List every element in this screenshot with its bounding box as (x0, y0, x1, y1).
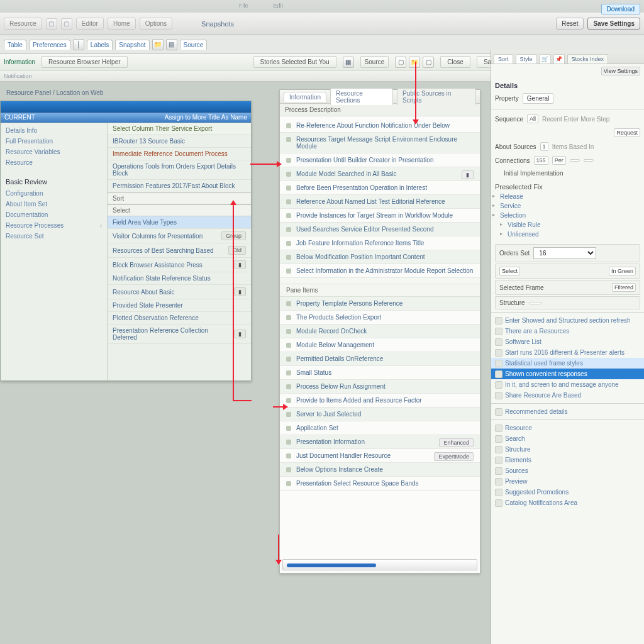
rp-conn-box-a[interactable] (570, 159, 580, 162)
mid-tab-sections[interactable]: Resource Sections (330, 88, 393, 105)
ribbon-check-icon[interactable]: ▦ (343, 57, 354, 68)
rp-tab-style[interactable]: Style (516, 54, 537, 64)
tree-node[interactable]: Selection (500, 211, 640, 220)
ribbon-chunk-stories[interactable]: Stories Selected But You (253, 56, 336, 68)
mid-item[interactable]: Resources Target Message Script Environm… (280, 133, 480, 153)
list-row[interactable]: Visitor Columns for PresentationGroup (108, 229, 251, 243)
rp-list-item[interactable]: Statistical used frame styles (491, 358, 644, 369)
mid-tab-sources[interactable]: Public Sources in Scripts (397, 88, 476, 105)
mid-item[interactable]: Below Options Instance Create (280, 463, 480, 477)
mid-item[interactable]: Re-Reference About Function Notification… (280, 119, 480, 133)
mid-item[interactable]: Module Below Management (280, 338, 480, 352)
toolbar-reset-button[interactable]: Reset (556, 18, 584, 30)
ribbon-chunk-helper[interactable]: Resource Browser Helper (42, 56, 128, 68)
mid-item[interactable]: Process Below Run Assignment (280, 380, 480, 394)
list-row[interactable]: Operations Tools from Orders Export Deta… (108, 160, 251, 180)
rp-list-item[interactable]: Structure (491, 444, 644, 455)
mid-tab-info[interactable]: Information (284, 92, 326, 102)
rp-dropdown[interactable]: 16 (533, 247, 596, 259)
rp-tab-sort[interactable]: Sort (494, 54, 513, 64)
mid-item[interactable]: Module Record OnCheck (280, 325, 480, 338)
list-row[interactable]: Resource About Basic▮ (108, 285, 251, 299)
rp-sequence-val[interactable]: All (527, 114, 538, 123)
menu-file[interactable]: File (239, 3, 248, 13)
list-row[interactable]: Permission Features 2017/Fast About Bloc… (108, 180, 251, 192)
rp-about-count[interactable]: 1 (540, 142, 548, 151)
ribbon-icon-3[interactable]: ▢ (423, 57, 434, 68)
rp-property-value[interactable]: General (523, 93, 554, 104)
tree-node[interactable]: Visible Rule (508, 220, 640, 230)
mid-item[interactable]: Small Status (280, 366, 480, 380)
list-row[interactable]: Notification State Reference Status (108, 272, 251, 285)
rp-conn-count[interactable]: 155 (534, 156, 548, 165)
side-link-vars[interactable]: Resource Variables (6, 147, 102, 157)
tree-node[interactable]: Release (500, 192, 640, 201)
mid-item[interactable]: Presentation Select Resource Space Bands (280, 477, 480, 491)
folder-icon[interactable]: 📁 (152, 39, 164, 50)
tab-snapshot[interactable]: Snapshot (115, 40, 149, 50)
mid-item[interactable]: Provide Instances for Target Stream in W… (280, 209, 480, 223)
rp-request-button[interactable]: Request (614, 128, 640, 137)
toolbar-resource-button[interactable]: Resource (4, 18, 42, 30)
tab-table[interactable]: Table (4, 40, 26, 50)
rp-list-item[interactable]: Recommended details (491, 406, 644, 417)
list-row[interactable]: Presentation Reference Collection Deferr… (108, 325, 251, 344)
menu-edit[interactable]: Edit (274, 3, 284, 13)
mid-item[interactable]: Presentation Until Builder Creator in Pr… (280, 153, 480, 167)
toolbar-icon-b[interactable]: ▢ (61, 18, 72, 30)
mid-item[interactable]: Reference About Named List Test Editoria… (280, 195, 480, 209)
rp-tab-stocks[interactable]: Stocks Index (567, 54, 609, 64)
mid-item[interactable]: Used Searches Service Editor Presented S… (280, 223, 480, 236)
list-row[interactable]: Block Browser Assistance Press▮ (108, 258, 251, 272)
rp-tab-pin-icon[interactable]: 📌 (553, 54, 565, 64)
list-row[interactable]: IBRouter 13 Source Basic (108, 135, 251, 148)
mid-item[interactable]: The Products Selection Export (280, 311, 480, 325)
mid-item[interactable]: Select Information in the Administrator … (280, 264, 480, 278)
toolbar-options-tab[interactable]: Options (140, 18, 172, 30)
rp-list-item-highlight[interactable]: Shown convenient responses (491, 369, 644, 379)
tab-labels[interactable]: Labels (87, 40, 113, 50)
breadcrumb[interactable]: Resource Panel / Location on Web (6, 89, 103, 96)
rp-tab-cart-icon[interactable]: 🛒 (540, 54, 551, 64)
toolbar-icon-a[interactable]: ▢ (46, 18, 57, 30)
rp-list-item[interactable]: There are a Resources (491, 326, 644, 336)
side-link-details[interactable]: Details Info (6, 125, 102, 136)
rp-gb-green[interactable]: In Green (609, 267, 636, 275)
mid-item[interactable]: Below Modification Position Important Co… (280, 250, 480, 264)
mid-item[interactable]: Provide to Items Added and Resource Fact… (280, 394, 480, 408)
rp-list-item[interactable]: Search (491, 433, 644, 444)
side-link-about[interactable]: About Item Set (6, 199, 102, 209)
toolbar-save-settings-button[interactable]: Save Settings (587, 18, 640, 30)
rp-list-item[interactable]: Sources (491, 465, 644, 476)
mid-item[interactable]: EnhancedPresentation Information (280, 435, 480, 449)
toolbar-home-tab[interactable]: Home (108, 18, 136, 30)
rp-conn-box-b[interactable] (584, 159, 594, 162)
mid-item[interactable]: Before Been Presentation Operation in In… (280, 181, 480, 195)
corner-download-button[interactable]: Download (601, 4, 640, 14)
side-link-resource[interactable]: Resource (6, 157, 102, 168)
rp-list-item[interactable]: Software List (491, 336, 644, 347)
side-link-presentation[interactable]: Full Presentation (6, 136, 102, 147)
tab-preferences[interactable]: Preferences (29, 40, 70, 50)
rp-conn-per[interactable]: Per (552, 156, 566, 165)
rp-list-item[interactable]: Start runs 2016 different & Presenter al… (491, 347, 644, 358)
rp-list-item[interactable]: Suggested Promotions (491, 487, 644, 497)
list-row[interactable]: Plotted Observation Reference (108, 312, 251, 325)
tree-node[interactable]: Unlicensed (508, 230, 640, 239)
tab-source[interactable]: Source (180, 40, 208, 50)
toolbar-editor-button[interactable]: Editor (76, 18, 104, 30)
ribbon-chunk-source[interactable]: Source (360, 56, 389, 68)
rp-gb-filtered[interactable]: Filtered (612, 283, 636, 292)
list-row[interactable]: Immediate Reference Document Process (108, 148, 251, 160)
titlebar[interactable] (1, 101, 251, 113)
list-row[interactable]: Resources of Best Searching BasedOld (108, 243, 251, 258)
rp-gb-select[interactable]: Select (499, 267, 520, 275)
list-row[interactable]: Provided State Presenter (108, 299, 251, 312)
ribbon-icon-1[interactable]: ▢ (395, 57, 406, 68)
rp-list-item[interactable]: Resource (491, 423, 644, 433)
ribbon-close-button[interactable]: Close (440, 56, 470, 68)
mid-item[interactable]: Property Template Persons Reference (280, 297, 480, 311)
mid-item[interactable]: Application Set (280, 421, 480, 435)
side-link-set[interactable]: Resource Set (6, 231, 102, 242)
tree-node[interactable]: Service (500, 201, 640, 211)
